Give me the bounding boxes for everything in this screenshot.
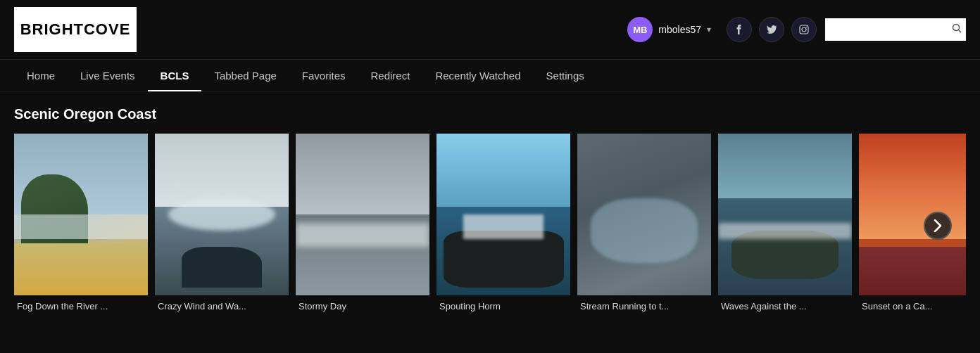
svg-point-2 <box>806 27 808 28</box>
nav-redirect[interactable]: Redirect <box>358 60 423 91</box>
video-card[interactable]: Stormy Day <box>296 134 429 317</box>
user-dropdown-arrow[interactable]: ▾ <box>707 25 711 34</box>
video-thumbnail <box>577 134 711 295</box>
video-thumbnail <box>718 134 852 295</box>
nav-recently-watched[interactable]: Recently Watched <box>422 60 533 91</box>
logo-container: BRIGHTCOVE <box>14 7 137 52</box>
nav-tabbed-page[interactable]: Tabbed Page <box>201 60 289 91</box>
main-content: Scenic Oregon Coast Fog Down the River .… <box>0 92 980 331</box>
video-title: Fog Down the River ... <box>14 295 148 317</box>
social-icons <box>727 17 817 42</box>
nav-bcls[interactable]: BCLS <box>148 60 202 91</box>
video-title: Sunset on a Ca... <box>859 295 966 317</box>
search-input[interactable] <box>825 18 966 41</box>
video-thumbnail <box>436 134 570 295</box>
nav-home[interactable]: Home <box>14 60 68 91</box>
search-button[interactable] <box>952 23 962 36</box>
section-title: Scenic Oregon Coast <box>14 106 966 122</box>
header: BRIGHTCOVE MB mboles57 ▾ <box>0 0 980 60</box>
instagram-icon[interactable] <box>791 17 817 42</box>
nav: Home Live Events BCLS Tabbed Page Favori… <box>0 60 980 92</box>
video-grid-wrapper: Fog Down the River ... Crazy Wind and Wa… <box>14 134 966 317</box>
video-thumbnail <box>859 134 966 295</box>
video-thumbnail <box>296 134 429 295</box>
video-title: Stream Running to t... <box>577 295 711 317</box>
logo: BRIGHTCOVE <box>20 20 131 39</box>
video-card[interactable]: Waves Against the ... <box>718 134 852 317</box>
svg-line-4 <box>959 30 962 33</box>
video-title: Stormy Day <box>296 295 429 317</box>
nav-live-events[interactable]: Live Events <box>68 60 148 91</box>
search-box <box>825 18 966 41</box>
video-thumbnail <box>155 134 289 295</box>
carousel-next-button[interactable] <box>924 212 952 240</box>
facebook-icon[interactable] <box>727 17 752 42</box>
avatar: MB <box>627 17 653 42</box>
video-carousel: Fog Down the River ... Crazy Wind and Wa… <box>14 134 966 317</box>
video-title: Waves Against the ... <box>718 295 852 317</box>
video-card[interactable]: Fog Down the River ... <box>14 134 148 317</box>
svg-rect-0 <box>800 25 808 34</box>
video-title: Spouting Horm <box>436 295 570 317</box>
svg-point-1 <box>802 27 806 32</box>
svg-point-3 <box>953 25 960 31</box>
video-thumbnail <box>14 134 148 295</box>
header-right: MB mboles57 ▾ <box>627 17 966 42</box>
nav-settings[interactable]: Settings <box>534 60 597 91</box>
video-card[interactable]: Crazy Wind and Wa... <box>155 134 289 317</box>
twitter-icon[interactable] <box>759 17 784 42</box>
nav-favorites[interactable]: Favorites <box>289 60 358 91</box>
video-card[interactable]: Spouting Horm <box>436 134 570 317</box>
user-section: MB mboles57 ▾ <box>627 17 711 42</box>
username: mboles57 <box>658 24 701 35</box>
video-card[interactable]: Stream Running to t... <box>577 134 711 317</box>
video-title: Crazy Wind and Wa... <box>155 295 289 317</box>
